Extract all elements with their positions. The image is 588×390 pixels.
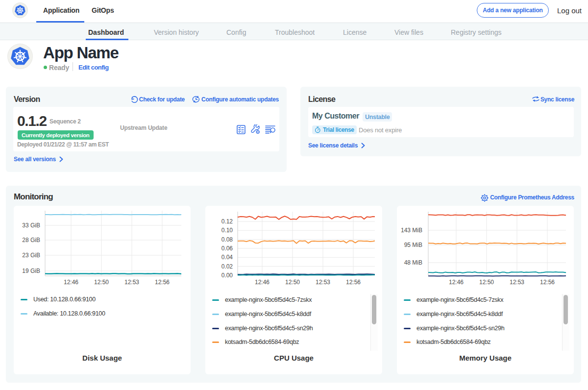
svg-text:0.02: 0.02 bbox=[221, 263, 233, 270]
svg-text:12:56: 12:56 bbox=[540, 279, 555, 286]
svg-text:19 GiB: 19 GiB bbox=[22, 268, 40, 274]
svg-text:12:46: 12:46 bbox=[255, 279, 270, 286]
svg-text:28 GiB: 28 GiB bbox=[22, 237, 40, 244]
svg-text:12:56: 12:56 bbox=[155, 279, 170, 286]
svg-text:12:50: 12:50 bbox=[94, 279, 109, 286]
svg-text:23 GiB: 23 GiB bbox=[22, 252, 40, 259]
svg-text:12:50: 12:50 bbox=[479, 279, 494, 286]
svg-text:12:56: 12:56 bbox=[346, 279, 361, 286]
svg-text:0.06: 0.06 bbox=[221, 245, 233, 252]
svg-text:33 GiB: 33 GiB bbox=[22, 222, 40, 229]
svg-text:0.08: 0.08 bbox=[221, 236, 233, 243]
svg-text:12:53: 12:53 bbox=[316, 279, 330, 286]
svg-text:143 MiB: 143 MiB bbox=[401, 227, 422, 234]
svg-text:0.10: 0.10 bbox=[221, 227, 233, 234]
svg-text:12:50: 12:50 bbox=[285, 279, 300, 286]
svg-text:0.00: 0.00 bbox=[221, 272, 233, 279]
svg-text:95 MiB: 95 MiB bbox=[404, 242, 422, 248]
svg-text:12:46: 12:46 bbox=[449, 279, 464, 286]
svg-text:12:53: 12:53 bbox=[510, 279, 524, 286]
svg-text:12:53: 12:53 bbox=[124, 279, 139, 286]
svg-text:48 MiB: 48 MiB bbox=[404, 259, 422, 266]
svg-text:12:46: 12:46 bbox=[64, 279, 78, 286]
svg-text:0.04: 0.04 bbox=[221, 254, 233, 261]
svg-text:0.12: 0.12 bbox=[221, 218, 233, 225]
